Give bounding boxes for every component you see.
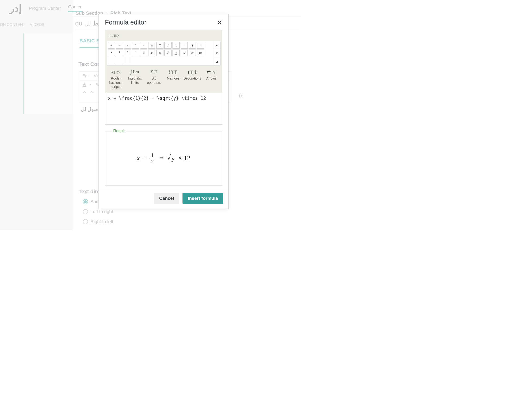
scroll-up-icon[interactable]: ▲: [213, 41, 220, 49]
math-y: y: [171, 155, 176, 162]
cat-arrows[interactable]: ⇄ ↘ Arrows: [203, 69, 221, 89]
symbol-button[interactable]: ∘: [197, 42, 204, 49]
cat-integrals-label: Integrals, limits: [126, 77, 144, 85]
integrals-icon: ∫ lim: [126, 69, 144, 76]
symbol-button[interactable]: ×: [124, 42, 131, 49]
symbol-button[interactable]: [108, 57, 115, 63]
matrices-icon: {[▯]}: [164, 69, 183, 76]
latex-input[interactable]: [105, 93, 222, 124]
symbol-button[interactable]: −: [116, 42, 123, 49]
modal-title: Formula editor: [105, 19, 146, 26]
close-icon[interactable]: ✕: [217, 19, 222, 26]
symbol-button[interactable]: ▽: [181, 50, 188, 56]
cat-roots[interactable]: √a ⁿ⁄ₙ Roots, fractions, scripts: [107, 69, 125, 89]
cat-bigops-label: Big operators: [145, 77, 163, 85]
symbol-button[interactable]: /: [165, 42, 171, 49]
rendered-formula: x + 1 2 = √ y × 12: [105, 131, 222, 185]
symbol-button[interactable]: ÷: [132, 42, 139, 49]
symbol-button[interactable]: ∓: [156, 42, 164, 49]
latex-tab[interactable]: LaTeX: [105, 30, 222, 41]
cat-integrals[interactable]: ∫ lim Integrals, limits: [126, 69, 144, 89]
symbol-button[interactable]: △: [172, 50, 180, 56]
symbol-button[interactable]: ·: [140, 42, 147, 49]
math-equals: =: [159, 155, 163, 162]
symbol-button[interactable]: d: [140, 50, 147, 56]
formula-editor-modal: Formula editor ✕ LaTeX +−×÷·±∓/\'∗∘ •°''…: [99, 14, 229, 209]
cat-matrices-label: Matrices: [164, 77, 183, 81]
symbol-button[interactable]: '': [132, 50, 139, 56]
math-times: ×: [178, 155, 182, 162]
symbol-button[interactable]: π: [156, 50, 164, 56]
symbol-button[interactable]: ±: [148, 42, 155, 49]
symbol-button[interactable]: [124, 57, 131, 63]
cat-decorations[interactable]: (▯) â Decorations: [183, 69, 202, 89]
math-numerator: 1: [149, 152, 155, 158]
symbol-button[interactable]: ⊛: [197, 50, 204, 56]
symbol-button[interactable]: e: [148, 50, 155, 56]
symbol-button[interactable]: +: [108, 42, 115, 49]
cat-decorations-label: Decorations: [183, 77, 202, 81]
cancel-button[interactable]: Cancel: [154, 193, 179, 204]
result-label: Result: [112, 129, 126, 133]
symbol-palette: +−×÷·±∓/\'∗∘ •°'''deπ∅△▽∞⊛ ▲ ▼ ◢: [107, 41, 221, 65]
symbol-button[interactable]: \: [172, 42, 180, 49]
math-plus: +: [142, 155, 146, 162]
symbol-button[interactable]: ': [124, 50, 131, 56]
cat-arrows-label: Arrows: [203, 77, 221, 81]
symbol-button[interactable]: °: [116, 50, 123, 56]
math-12: 12: [184, 155, 190, 162]
result-preview: Result x + 1 2 = √ y × 12: [105, 131, 222, 186]
symbol-button[interactable]: ∞: [189, 50, 196, 56]
arrows-icon: ⇄ ↘: [203, 69, 221, 76]
symbol-button[interactable]: ∗: [189, 42, 196, 49]
roots-icon: √a ⁿ⁄ₙ: [107, 69, 125, 76]
insert-formula-button[interactable]: Insert formula: [183, 193, 223, 204]
symbol-button[interactable]: ∅: [165, 50, 171, 56]
bigops-icon: Σ Π: [145, 69, 163, 76]
math-x: x: [137, 155, 140, 162]
math-denominator: 2: [149, 158, 155, 165]
cat-roots-label: Roots, fractions, scripts: [107, 77, 125, 89]
symbol-button[interactable]: ': [181, 42, 188, 49]
expand-icon[interactable]: ◢: [213, 57, 220, 65]
math-fraction: 1 2: [149, 152, 155, 165]
decorations-icon: (▯) â: [183, 69, 202, 76]
cat-matrices[interactable]: {[▯]} Matrices: [164, 69, 183, 89]
symbol-button[interactable]: [116, 57, 123, 63]
math-sqrt: √ y: [167, 154, 175, 162]
latex-panel: LaTeX +−×÷·±∓/\'∗∘ •°'''deπ∅△▽∞⊛ ▲ ▼ ◢: [105, 30, 222, 93]
symbol-button[interactable]: •: [108, 50, 115, 56]
cat-bigops[interactable]: Σ Π Big operators: [145, 69, 163, 89]
scroll-down-icon[interactable]: ▼: [213, 49, 220, 57]
